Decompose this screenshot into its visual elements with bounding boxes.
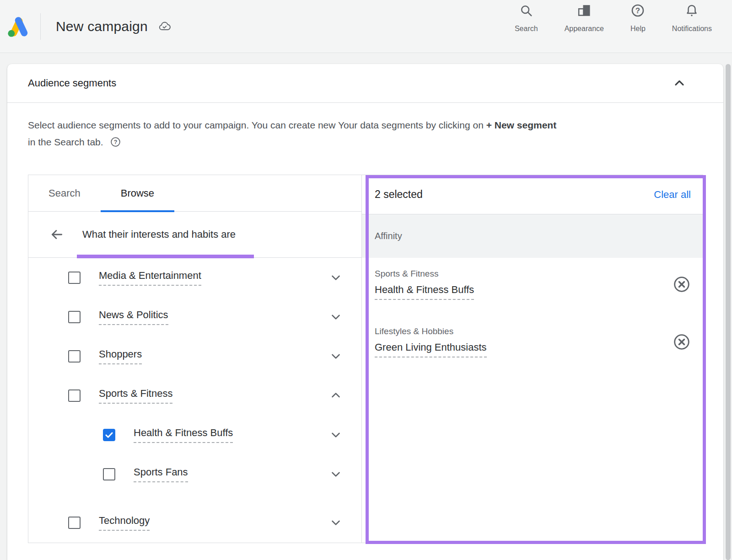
tab-label: Search: [48, 187, 81, 199]
tree-item-label[interactable]: Sports Fans: [134, 466, 188, 482]
selected-segment: Sports & Fitness Health & Fitness Buffs: [375, 269, 691, 300]
tree-item-child: Health & Fitness Buffs: [28, 415, 361, 454]
browse-panel: Search Browse What their interests and h…: [28, 175, 362, 543]
tree-item-label[interactable]: Shoppers: [99, 348, 142, 364]
chevron-down-icon[interactable]: [329, 516, 343, 529]
description-text: Select audience segments to add to your …: [28, 120, 484, 130]
segment-category-label: Sports & Fitness: [375, 269, 474, 279]
segment-name-label[interactable]: Green Living Enthusiasts: [375, 341, 487, 357]
google-ads-logo-icon[interactable]: [5, 14, 31, 39]
tree-item: Media & Entertainment: [28, 258, 361, 297]
selected-segment-text: Lifestyles & Hobbies Green Living Enthus…: [375, 326, 487, 357]
remove-segment-button[interactable]: [673, 333, 691, 351]
segment-tree: Media & Entertainment News & Politics Sh…: [28, 258, 361, 543]
tree-item: News & Politics: [28, 297, 361, 336]
selection-group-label: Affinity: [375, 231, 402, 241]
chevron-down-icon[interactable]: [329, 271, 343, 284]
topbar-action-appearance[interactable]: Appearance: [565, 4, 604, 33]
tab-browse[interactable]: Browse: [101, 175, 174, 211]
description-text: in the Search tab.: [28, 137, 103, 147]
help-icon: ?: [631, 4, 645, 17]
chevron-up-icon[interactable]: [329, 389, 343, 402]
back-button[interactable]: [48, 226, 65, 243]
clear-all-link[interactable]: Clear all: [654, 189, 691, 201]
audience-picker: Search Browse What their interests and h…: [28, 175, 703, 543]
card-header: Audience segments: [7, 64, 723, 103]
cloud-check-icon: [158, 20, 172, 33]
tree-item-label[interactable]: Technology: [99, 515, 150, 531]
svg-text:?: ?: [635, 6, 640, 15]
selected-segment: Lifestyles & Hobbies Green Living Enthus…: [375, 326, 691, 357]
selected-segments-panel: 2 selected Clear all Affinity Sports & F…: [362, 175, 703, 543]
tree-item-label[interactable]: News & Politics: [99, 309, 168, 325]
checkbox-unchecked[interactable]: [68, 517, 81, 529]
selected-segments-list: Sports & Fitness Health & Fitness Buffs: [362, 258, 703, 357]
topbar-action-help[interactable]: ? Help: [630, 4, 646, 33]
tree-item: Technology: [28, 503, 361, 542]
svg-text:?: ?: [114, 139, 118, 145]
topbar-action-label: Help: [630, 25, 646, 33]
collapse-section-button[interactable]: [670, 74, 689, 92]
appearance-icon: [577, 4, 592, 17]
checkbox-unchecked[interactable]: [103, 468, 115, 480]
tree-item-label[interactable]: Sports & Fitness: [99, 388, 172, 404]
card-title: Audience segments: [28, 77, 116, 89]
tree-item: Shoppers: [28, 336, 361, 376]
tab-label: Browse: [121, 187, 154, 199]
chevron-down-icon[interactable]: [329, 349, 343, 363]
selected-segment-text: Sports & Fitness Health & Fitness Buffs: [375, 269, 474, 300]
chevron-down-icon[interactable]: [329, 428, 343, 442]
selection-header: 2 selected Clear all: [362, 175, 703, 214]
checkbox-unchecked[interactable]: [68, 350, 81, 363]
tree-item: Sports & Fitness: [28, 376, 361, 415]
help-circle-icon[interactable]: ?: [110, 137, 121, 147]
segment-category-label: Lifestyles & Hobbies: [375, 326, 487, 336]
tree-item-label[interactable]: Media & Entertainment: [99, 270, 201, 286]
tree-item-label[interactable]: Health & Fitness Buffs: [134, 427, 233, 443]
chevron-down-icon[interactable]: [329, 467, 343, 481]
checkbox-checked[interactable]: [103, 429, 115, 441]
checkbox-unchecked[interactable]: [68, 272, 81, 284]
audience-segments-card: Audience segments Select audience segmen…: [7, 64, 723, 560]
checkbox-unchecked[interactable]: [68, 311, 81, 323]
topbar-actions: Search Appearance ? Help: [515, 4, 712, 33]
remove-circle-icon: [673, 275, 691, 293]
picker-tabs: Search Browse: [28, 175, 361, 212]
back-arrow-icon: [49, 227, 64, 242]
topbar-action-notifications[interactable]: Notifications: [672, 4, 712, 33]
scrollbar[interactable]: [726, 64, 731, 560]
card-description: Select audience segments to add to your …: [28, 117, 696, 150]
tree-item-child: Sports Fans: [28, 454, 361, 494]
description-bold-text: + New segment: [486, 120, 556, 130]
chevron-down-icon[interactable]: [329, 310, 343, 324]
description-line-2: in the Search tab. ?: [28, 133, 696, 150]
breadcrumb: What their interests and habits are: [28, 212, 361, 258]
selection-count: 2 selected: [375, 188, 423, 201]
remove-segment-button[interactable]: [673, 275, 691, 293]
segment-name-label[interactable]: Health & Fitness Buffs: [375, 284, 474, 300]
description-line-1: Select audience segments to add to your …: [28, 117, 696, 133]
topbar-divider: [40, 13, 41, 40]
topbar-action-label: Notifications: [672, 25, 712, 33]
topbar-action-search[interactable]: Search: [515, 4, 538, 33]
page-title: New campaign: [56, 19, 148, 34]
remove-circle-icon: [673, 333, 691, 351]
topbar-action-label: Appearance: [565, 25, 604, 33]
chevron-up-icon: [672, 76, 687, 91]
tab-search[interactable]: Search: [28, 175, 101, 211]
breadcrumb-label: What their interests and habits are: [82, 229, 236, 240]
top-app-bar: New campaign Search Appearance: [0, 0, 732, 53]
checkbox-unchecked[interactable]: [68, 389, 81, 402]
notifications-bell-icon: [685, 4, 699, 17]
search-icon: [519, 4, 533, 17]
topbar-action-label: Search: [515, 25, 538, 33]
selection-group-header: Affinity: [362, 214, 703, 258]
